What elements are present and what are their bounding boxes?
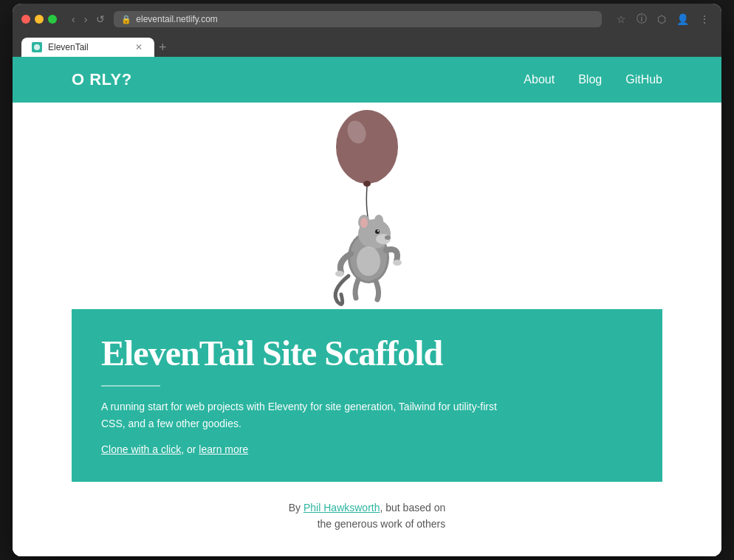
lock-icon: 🔒 (121, 15, 131, 24)
site-header: O RLY? About Blog GitHub (13, 57, 721, 103)
svg-point-13 (374, 215, 383, 227)
svg-point-1 (336, 110, 398, 184)
info-button[interactable]: ⓘ (634, 11, 650, 27)
website-content: O RLY? About Blog GitHub (13, 57, 721, 556)
footer-prefix: By (289, 502, 303, 514)
hero-title: ElevenTail Site Scaffold (101, 333, 633, 373)
minimize-button[interactable] (35, 15, 44, 24)
hero-divider (101, 385, 160, 387)
new-tab-button[interactable]: + (154, 40, 171, 55)
svg-point-10 (377, 230, 379, 232)
site-nav: About Blog GitHub (524, 73, 662, 86)
clone-link[interactable]: Clone with a click (101, 443, 181, 455)
browser-nav-buttons: ‹ › ↺ (69, 12, 108, 27)
active-tab[interactable]: ElevenTail ✕ (21, 38, 154, 57)
possum-illustration (301, 103, 433, 309)
learn-more-link[interactable]: learn more (199, 443, 248, 455)
svg-point-8 (385, 235, 391, 240)
hero-area: ElevenTail Site Scaffold A running start… (13, 103, 721, 556)
svg-point-3 (363, 181, 371, 187)
bookmark-button[interactable]: ☆ (614, 12, 629, 27)
site-logo: O RLY? (72, 70, 132, 89)
author-link[interactable]: Phil Hawksworth (303, 502, 380, 514)
back-button[interactable]: ‹ (69, 12, 78, 27)
hero-card: ElevenTail Site Scaffold A running start… (72, 309, 662, 482)
possum-container (301, 103, 433, 309)
nav-about[interactable]: About (524, 73, 555, 86)
tab-bar: ElevenTail ✕ + (21, 33, 713, 57)
extensions-button[interactable]: ⬡ (654, 12, 669, 27)
svg-point-0 (34, 44, 40, 50)
browser-chrome: ‹ › ↺ 🔒 eleventail.netlify.com ☆ ⓘ ⬡ 👤 ⋮ (13, 4, 721, 57)
tab-close-button[interactable]: ✕ (134, 42, 144, 52)
nav-blog[interactable]: Blog (578, 73, 602, 86)
browser-actions: ☆ ⓘ ⬡ 👤 ⋮ (614, 11, 713, 27)
tab-title: ElevenTail (48, 42, 128, 52)
svg-point-12 (360, 218, 368, 228)
svg-point-14 (357, 246, 380, 276)
hero-description: A running start for web projects with El… (101, 398, 515, 432)
svg-point-15 (335, 271, 344, 277)
forward-button[interactable]: › (81, 12, 91, 27)
address-text: eleventail.netlify.com (136, 14, 218, 24)
hero-links: Clone with a click, or learn more (101, 443, 633, 455)
maximize-button[interactable] (48, 15, 57, 24)
nav-github[interactable]: GitHub (625, 73, 662, 86)
refresh-button[interactable]: ↺ (93, 12, 108, 27)
footer-credit: By Phil Hawksworth, but based onthe gene… (230, 482, 504, 556)
svg-point-16 (393, 260, 402, 266)
menu-button[interactable]: ⋮ (696, 12, 713, 27)
svg-point-9 (375, 229, 380, 234)
close-button[interactable] (21, 15, 30, 24)
profile-button[interactable]: 👤 (673, 12, 692, 27)
browser-controls: ‹ › ↺ 🔒 eleventail.netlify.com ☆ ⓘ ⬡ 👤 ⋮ (21, 11, 713, 27)
browser-window: ‹ › ↺ 🔒 eleventail.netlify.com ☆ ⓘ ⬡ 👤 ⋮ (13, 4, 721, 556)
traffic-lights (21, 15, 57, 24)
tab-favicon (32, 42, 42, 52)
address-bar[interactable]: 🔒 eleventail.netlify.com (114, 11, 602, 27)
